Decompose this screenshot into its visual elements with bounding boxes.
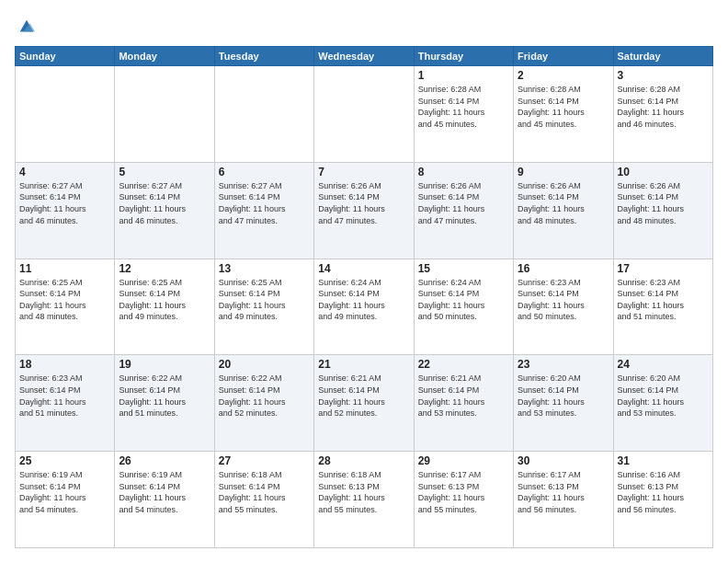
day-number: 17	[618, 262, 709, 275]
day-info: Sunrise: 6:25 AM Sunset: 6:14 PM Dayligh…	[119, 277, 210, 323]
day-number: 23	[518, 358, 609, 371]
day-number: 12	[119, 262, 210, 275]
calendar-week-row: 18Sunrise: 6:23 AM Sunset: 6:14 PM Dayli…	[16, 355, 713, 452]
calendar-cell: 7Sunrise: 6:26 AM Sunset: 6:14 PM Daylig…	[314, 162, 414, 259]
day-number: 20	[219, 358, 310, 371]
calendar-cell: 27Sunrise: 6:18 AM Sunset: 6:14 PM Dayli…	[214, 452, 313, 548]
calendar-cell: 3Sunrise: 6:28 AM Sunset: 6:14 PM Daylig…	[613, 66, 712, 163]
calendar-week-row: 4Sunrise: 6:27 AM Sunset: 6:14 PM Daylig…	[16, 162, 713, 259]
calendar-cell: 21Sunrise: 6:21 AM Sunset: 6:14 PM Dayli…	[314, 355, 414, 452]
weekday-header-row: Sunday Monday Tuesday Wednesday Thursday…	[16, 47, 713, 66]
header	[15, 15, 713, 37]
calendar-cell: 4Sunrise: 6:27 AM Sunset: 6:14 PM Daylig…	[16, 162, 115, 259]
header-wednesday: Wednesday	[314, 47, 414, 66]
header-monday: Monday	[115, 47, 214, 66]
header-sunday: Sunday	[16, 47, 115, 66]
day-number: 22	[418, 358, 509, 371]
day-number: 11	[19, 262, 110, 275]
day-number: 27	[219, 454, 310, 467]
day-info: Sunrise: 6:18 AM Sunset: 6:14 PM Dayligh…	[219, 469, 310, 515]
day-number: 3	[618, 69, 709, 82]
calendar-cell	[214, 66, 313, 163]
day-info: Sunrise: 6:17 AM Sunset: 6:13 PM Dayligh…	[518, 469, 609, 515]
day-number: 8	[418, 166, 509, 178]
calendar-cell: 28Sunrise: 6:18 AM Sunset: 6:13 PM Dayli…	[314, 452, 414, 548]
calendar-cell: 18Sunrise: 6:23 AM Sunset: 6:14 PM Dayli…	[16, 355, 115, 452]
calendar-cell: 16Sunrise: 6:23 AM Sunset: 6:14 PM Dayli…	[514, 259, 613, 355]
day-info: Sunrise: 6:23 AM Sunset: 6:14 PM Dayligh…	[19, 373, 110, 419]
calendar-cell: 14Sunrise: 6:24 AM Sunset: 6:14 PM Dayli…	[314, 259, 414, 355]
calendar-cell: 5Sunrise: 6:27 AM Sunset: 6:14 PM Daylig…	[115, 162, 214, 259]
calendar-cell: 1Sunrise: 6:28 AM Sunset: 6:14 PM Daylig…	[414, 66, 513, 163]
day-info: Sunrise: 6:28 AM Sunset: 6:14 PM Dayligh…	[418, 84, 509, 130]
day-number: 18	[19, 358, 110, 371]
day-number: 4	[19, 166, 110, 178]
day-info: Sunrise: 6:25 AM Sunset: 6:14 PM Dayligh…	[219, 277, 310, 323]
calendar-cell: 11Sunrise: 6:25 AM Sunset: 6:14 PM Dayli…	[16, 259, 115, 355]
header-thursday: Thursday	[414, 47, 513, 66]
page: Sunday Monday Tuesday Wednesday Thursday…	[0, 0, 728, 563]
calendar-cell	[115, 66, 214, 163]
day-info: Sunrise: 6:19 AM Sunset: 6:14 PM Dayligh…	[19, 469, 110, 515]
day-info: Sunrise: 6:17 AM Sunset: 6:13 PM Dayligh…	[418, 469, 509, 515]
calendar-cell: 30Sunrise: 6:17 AM Sunset: 6:13 PM Dayli…	[514, 452, 613, 548]
day-info: Sunrise: 6:22 AM Sunset: 6:14 PM Dayligh…	[219, 373, 310, 419]
day-info: Sunrise: 6:24 AM Sunset: 6:14 PM Dayligh…	[418, 277, 509, 323]
calendar-cell: 26Sunrise: 6:19 AM Sunset: 6:14 PM Dayli…	[115, 452, 214, 548]
day-number: 10	[618, 166, 709, 178]
day-info: Sunrise: 6:26 AM Sunset: 6:14 PM Dayligh…	[618, 180, 709, 226]
day-number: 15	[418, 262, 509, 275]
calendar-cell: 10Sunrise: 6:26 AM Sunset: 6:14 PM Dayli…	[613, 162, 712, 259]
calendar-cell: 31Sunrise: 6:16 AM Sunset: 6:13 PM Dayli…	[613, 452, 712, 548]
calendar-cell: 19Sunrise: 6:22 AM Sunset: 6:14 PM Dayli…	[115, 355, 214, 452]
day-info: Sunrise: 6:21 AM Sunset: 6:14 PM Dayligh…	[418, 373, 509, 419]
day-number: 24	[618, 358, 709, 371]
day-info: Sunrise: 6:27 AM Sunset: 6:14 PM Dayligh…	[219, 180, 310, 226]
calendar-cell: 24Sunrise: 6:20 AM Sunset: 6:14 PM Dayli…	[613, 355, 712, 452]
calendar-cell: 22Sunrise: 6:21 AM Sunset: 6:14 PM Dayli…	[414, 355, 513, 452]
day-info: Sunrise: 6:28 AM Sunset: 6:14 PM Dayligh…	[518, 84, 609, 130]
calendar-cell: 20Sunrise: 6:22 AM Sunset: 6:14 PM Dayli…	[214, 355, 313, 452]
calendar-cell	[314, 66, 414, 163]
day-number: 31	[618, 454, 709, 467]
day-number: 13	[219, 262, 310, 275]
calendar-cell	[16, 66, 115, 163]
day-info: Sunrise: 6:26 AM Sunset: 6:14 PM Dayligh…	[518, 180, 609, 226]
day-number: 19	[119, 358, 210, 371]
day-info: Sunrise: 6:20 AM Sunset: 6:14 PM Dayligh…	[618, 373, 709, 419]
day-info: Sunrise: 6:26 AM Sunset: 6:14 PM Dayligh…	[318, 180, 409, 226]
calendar-table: Sunday Monday Tuesday Wednesday Thursday…	[15, 46, 713, 548]
calendar-cell: 6Sunrise: 6:27 AM Sunset: 6:14 PM Daylig…	[214, 162, 313, 259]
day-info: Sunrise: 6:24 AM Sunset: 6:14 PM Dayligh…	[318, 277, 409, 323]
day-number: 29	[418, 454, 509, 467]
day-number: 7	[318, 166, 409, 178]
day-info: Sunrise: 6:28 AM Sunset: 6:14 PM Dayligh…	[618, 84, 709, 130]
day-number: 5	[119, 166, 210, 178]
day-info: Sunrise: 6:22 AM Sunset: 6:14 PM Dayligh…	[119, 373, 210, 419]
day-number: 16	[518, 262, 609, 275]
day-info: Sunrise: 6:27 AM Sunset: 6:14 PM Dayligh…	[119, 180, 210, 226]
day-info: Sunrise: 6:23 AM Sunset: 6:14 PM Dayligh…	[618, 277, 709, 323]
day-info: Sunrise: 6:20 AM Sunset: 6:14 PM Dayligh…	[518, 373, 609, 419]
header-friday: Friday	[514, 47, 613, 66]
day-info: Sunrise: 6:19 AM Sunset: 6:14 PM Dayligh…	[119, 469, 210, 515]
day-number: 6	[219, 166, 310, 178]
day-number: 30	[518, 454, 609, 467]
calendar-cell: 29Sunrise: 6:17 AM Sunset: 6:13 PM Dayli…	[414, 452, 513, 548]
day-info: Sunrise: 6:21 AM Sunset: 6:14 PM Dayligh…	[318, 373, 409, 419]
day-number: 26	[119, 454, 210, 467]
day-info: Sunrise: 6:25 AM Sunset: 6:14 PM Dayligh…	[19, 277, 110, 323]
logo-icon	[17, 17, 37, 37]
header-saturday: Saturday	[613, 47, 712, 66]
day-info: Sunrise: 6:16 AM Sunset: 6:13 PM Dayligh…	[618, 469, 709, 515]
calendar-cell: 15Sunrise: 6:24 AM Sunset: 6:14 PM Dayli…	[414, 259, 513, 355]
calendar-week-row: 11Sunrise: 6:25 AM Sunset: 6:14 PM Dayli…	[16, 259, 713, 355]
logo	[15, 15, 37, 37]
day-info: Sunrise: 6:23 AM Sunset: 6:14 PM Dayligh…	[518, 277, 609, 323]
logo-text	[15, 15, 37, 37]
day-number: 25	[19, 454, 110, 467]
day-number: 21	[318, 358, 409, 371]
day-info: Sunrise: 6:18 AM Sunset: 6:13 PM Dayligh…	[318, 469, 409, 515]
calendar-cell: 2Sunrise: 6:28 AM Sunset: 6:14 PM Daylig…	[514, 66, 613, 163]
calendar-cell: 13Sunrise: 6:25 AM Sunset: 6:14 PM Dayli…	[214, 259, 313, 355]
